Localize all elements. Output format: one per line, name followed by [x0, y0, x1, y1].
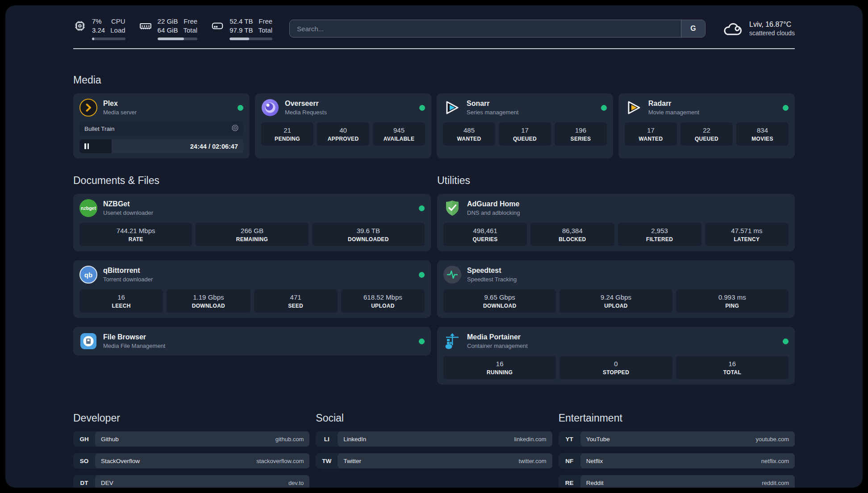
link-row-twitter[interactable]: TW Twitter twitter.com [316, 453, 552, 468]
link-row-dev[interactable]: DT DEV dev.to [73, 475, 309, 488]
app-description: Media server [103, 109, 137, 116]
stat-label: PENDING [264, 136, 311, 142]
app-description: Torrent downloader [103, 276, 153, 283]
stat-label: RUNNING [446, 369, 553, 376]
stat-label: AVAILABLE [376, 136, 422, 142]
app-name: Overseerr [285, 100, 327, 108]
playback-settings-icon[interactable] [232, 125, 238, 133]
app-card-overseerr[interactable]: Overseerr Media Requests 21 PENDING 40 A… [255, 93, 431, 159]
link-name: LinkedIn [343, 436, 366, 443]
sonarr-icon [443, 99, 461, 117]
link-row-stackoverflow[interactable]: SO StackOverflow stackoverflow.com [73, 453, 309, 468]
link-row-github[interactable]: GH Github github.com [73, 431, 309, 447]
weather-widget: Lviv, 16.87°C scattered clouds [722, 21, 795, 37]
disk-total-label: Total [258, 26, 272, 35]
stat-tile: 16 RUNNING [443, 356, 556, 379]
stat-tile: 618.52 Mbps UPLOAD [341, 289, 425, 313]
app-card-filebrowser[interactable]: File Browser Media File Management [73, 327, 431, 355]
stat-tile: 40 APPROVED [317, 122, 369, 146]
developer-section-title: Developer [73, 412, 309, 424]
app-name: Plex [103, 100, 137, 108]
app-description: Series management [467, 109, 518, 116]
link-abbr: DT [73, 475, 95, 488]
app-card-portainer[interactable]: Media Portainer Container management 16 … [437, 327, 795, 384]
cpu-load-value: 3.24 [92, 26, 105, 35]
stat-value: 39.6 TB [315, 227, 422, 234]
link-abbr: NF [559, 453, 580, 468]
section-documents: Documents & Files nzbget NZBGet Usenet d… [73, 175, 431, 384]
app-name: qBittorrent [103, 267, 153, 275]
qbittorrent-icon: qb [79, 266, 97, 284]
pause-icon[interactable] [84, 143, 89, 149]
stat-tile: 744.21 Mbps RATE [79, 223, 192, 246]
link-row-youtube[interactable]: YT YouTube youtube.com [559, 431, 795, 447]
link-name: DEV [101, 480, 113, 486]
weather-condition: scattered clouds [749, 29, 795, 37]
app-name: AdGuard Home [467, 200, 520, 208]
section-utilities: Utilities AdGuard Home DNS a [437, 175, 795, 384]
link-row-linkedin[interactable]: LI LinkedIn linkedin.com [316, 431, 552, 447]
stat-value: 498,461 [446, 227, 524, 234]
stat-label: PING [679, 303, 786, 309]
app-description: Media Requests [285, 109, 327, 116]
nzbget-icon: nzbget [79, 199, 97, 217]
status-dot [419, 338, 425, 344]
stat-tile: 834 MOVIES [736, 122, 789, 146]
stat-value: 945 [376, 126, 422, 134]
ram-stat: 22 GiB 64 GiB Free Total [139, 17, 198, 40]
app-name: Sonarr [467, 100, 518, 108]
playback-progressbar[interactable]: 24:44 / 02:06:47 [79, 139, 243, 153]
section-developer: Developer GH Github github.com SO StackO… [73, 412, 309, 488]
stat-tile: 9.65 Gbps DOWNLOAD [443, 289, 556, 313]
app-name: File Browser [103, 333, 165, 341]
search-input[interactable] [290, 20, 681, 37]
link-row-netflix[interactable]: NF Netflix netflix.com [559, 453, 795, 468]
stat-label: DOWNLOADED [315, 236, 422, 242]
stat-label: QUERIES [446, 236, 524, 242]
app-card-nzbget[interactable]: nzbget NZBGet Usenet downloader 744.21 M… [73, 194, 431, 251]
status-dot [419, 272, 425, 278]
stat-label: SEED [257, 303, 335, 309]
header-divider [73, 48, 795, 49]
radarr-icon [625, 99, 643, 117]
link-abbr: RE [559, 475, 580, 488]
stat-label: DOWNLOAD [446, 303, 553, 309]
app-name: NZBGet [103, 200, 153, 208]
status-dot [419, 105, 425, 111]
app-card-qbittorrent[interactable]: qb qBittorrent Torrent downloader 16 LEE… [73, 260, 431, 318]
link-row-reddit[interactable]: RE Reddit reddit.com [559, 475, 795, 488]
playback-time: 24:44 / 02:06:47 [190, 143, 243, 150]
stat-label: LATENCY [708, 236, 786, 242]
entertainment-section-title: Entertainment [559, 412, 795, 424]
stat-tile: 21 PENDING [261, 122, 313, 146]
stat-label: TOTAL [679, 369, 786, 376]
app-description: Speedtest Tracking [467, 276, 517, 283]
status-dot [783, 105, 789, 111]
app-name: Radarr [648, 100, 699, 108]
stat-tile: 485 WANTED [443, 122, 495, 146]
stat-value: 40 [320, 126, 367, 134]
dashboard-page: 7% 3.24 CPU Load [5, 5, 863, 488]
stat-value: 196 [557, 126, 604, 134]
cpu-progressbar [92, 38, 125, 40]
ram-total-value: 64 GiB [158, 26, 178, 35]
cpu-icon [73, 19, 87, 33]
stat-label: FILTERED [621, 236, 699, 242]
app-card-sonarr[interactable]: Sonarr Series management 485 WANTED 17 Q… [437, 93, 613, 159]
link-url: youtube.com [756, 436, 789, 443]
stat-value: 16 [446, 360, 553, 368]
stat-tile: 16 LEECH [79, 289, 163, 313]
app-card-plex[interactable]: Plex Media server Bullet Train [73, 93, 250, 159]
now-playing-title: Bullet Train [84, 125, 115, 132]
app-card-radarr[interactable]: Radarr Movie management 17 WANTED 22 QUE… [618, 93, 795, 159]
app-name: Speedtest [467, 267, 517, 275]
app-description: DNS and adblocking [467, 209, 520, 216]
stat-value: 0 [562, 360, 669, 368]
link-abbr: GH [73, 431, 95, 447]
app-card-adguard[interactable]: AdGuard Home DNS and adblocking 498,461 … [437, 194, 795, 251]
ram-icon [139, 19, 152, 33]
app-card-speedtest[interactable]: Speedtest Speedtest Tracking 9.65 Gbps D… [437, 260, 795, 318]
link-abbr: SO [73, 453, 95, 468]
search-engine-button[interactable]: G [681, 20, 705, 37]
stat-value: 471 [257, 293, 335, 301]
